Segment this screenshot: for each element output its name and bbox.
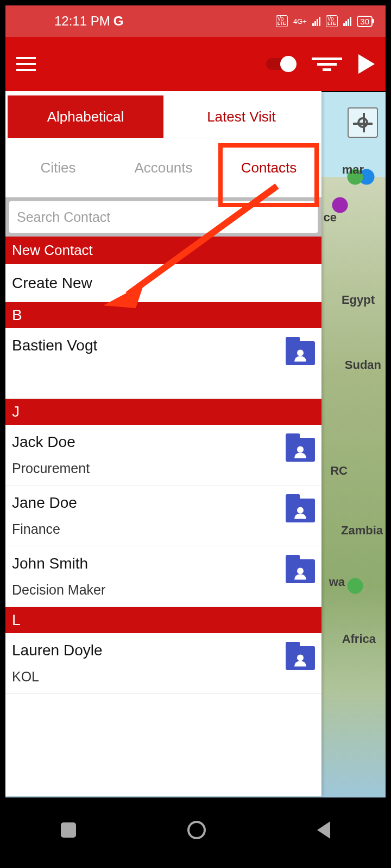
map-label: Egypt bbox=[342, 293, 375, 307]
app-bar bbox=[5, 37, 386, 91]
contacts-panel: Alphabetical Latest Visit Cities Account… bbox=[5, 91, 321, 796]
map-label: wa bbox=[329, 575, 345, 589]
contact-folder-icon[interactable] bbox=[286, 341, 315, 365]
contact-folder-icon[interactable] bbox=[286, 438, 315, 462]
network-type: 4G+ bbox=[293, 17, 307, 25]
map-label: RC bbox=[330, 464, 348, 478]
tab-cities[interactable]: Cities bbox=[5, 138, 111, 197]
volte-icon: VoLTE bbox=[276, 15, 288, 27]
tab-latest-visit[interactable]: Latest Visit bbox=[163, 95, 319, 138]
create-new-label: Create New bbox=[12, 275, 315, 292]
contact-folder-icon[interactable] bbox=[286, 559, 315, 583]
create-new-button[interactable]: Create New bbox=[5, 264, 321, 302]
contact-name: Bastien Vogt bbox=[12, 337, 286, 354]
contact-role: KOL bbox=[12, 669, 286, 685]
map-label: mar bbox=[342, 163, 364, 177]
toggle-switch[interactable] bbox=[266, 58, 295, 70]
contact-row[interactable]: Jack Doe Procurement bbox=[5, 425, 321, 486]
tab-alphabetical[interactable]: Alphabetical bbox=[8, 95, 163, 138]
map-label: Sudan bbox=[345, 358, 381, 372]
annotation-highlight bbox=[218, 143, 319, 207]
filter-icon[interactable] bbox=[312, 58, 342, 71]
contact-row[interactable]: Jane Doe Finance bbox=[5, 486, 321, 546]
contact-row[interactable]: Bastien Vogt bbox=[5, 328, 321, 399]
section-letter-l: L bbox=[5, 607, 321, 633]
volte-icon: VoLTE bbox=[326, 15, 338, 27]
section-letter-j: J bbox=[5, 399, 321, 425]
signal-icon bbox=[312, 16, 320, 26]
status-bar: 12:11 PM G VoLTE 4G+ VoLTE 30 bbox=[5, 5, 386, 37]
map-label: Africa bbox=[342, 632, 376, 646]
contact-role: Finance bbox=[12, 521, 286, 537]
nav-recent-button[interactable] bbox=[61, 822, 76, 838]
play-button[interactable] bbox=[358, 54, 375, 74]
contact-role: Decision Maker bbox=[12, 582, 286, 598]
contact-role: Procurement bbox=[12, 461, 286, 476]
locate-me-button[interactable] bbox=[348, 107, 378, 138]
google-indicator-icon: G bbox=[113, 14, 124, 29]
contact-name: Jane Doe bbox=[12, 494, 286, 512]
tab-accounts[interactable]: Accounts bbox=[111, 138, 216, 197]
contact-row[interactable]: John Smith Decision Maker bbox=[5, 546, 321, 607]
contact-folder-icon[interactable] bbox=[286, 646, 315, 670]
contact-name: Jack Doe bbox=[12, 433, 286, 451]
search-placeholder: Search Contact bbox=[17, 209, 110, 225]
section-new-contact: New Contact bbox=[5, 237, 321, 264]
contact-name: Lauren Doyle bbox=[12, 642, 286, 659]
menu-button[interactable] bbox=[16, 57, 36, 71]
nav-home-button[interactable] bbox=[187, 821, 206, 839]
system-nav-bar bbox=[5, 797, 386, 863]
contact-row[interactable]: Lauren Doyle KOL bbox=[5, 633, 321, 694]
map-label: Zambia bbox=[341, 524, 383, 538]
sort-tabs: Alphabetical Latest Visit bbox=[8, 95, 319, 138]
signal-icon bbox=[343, 16, 351, 26]
section-letter-b: B bbox=[5, 302, 321, 328]
map-label: ce bbox=[324, 210, 337, 225]
contact-name: John Smith bbox=[12, 555, 286, 572]
nav-back-button[interactable] bbox=[317, 821, 330, 839]
battery-icon: 30 bbox=[357, 16, 373, 27]
clock: 12:11 PM bbox=[54, 14, 110, 29]
contact-folder-icon[interactable] bbox=[286, 499, 315, 522]
